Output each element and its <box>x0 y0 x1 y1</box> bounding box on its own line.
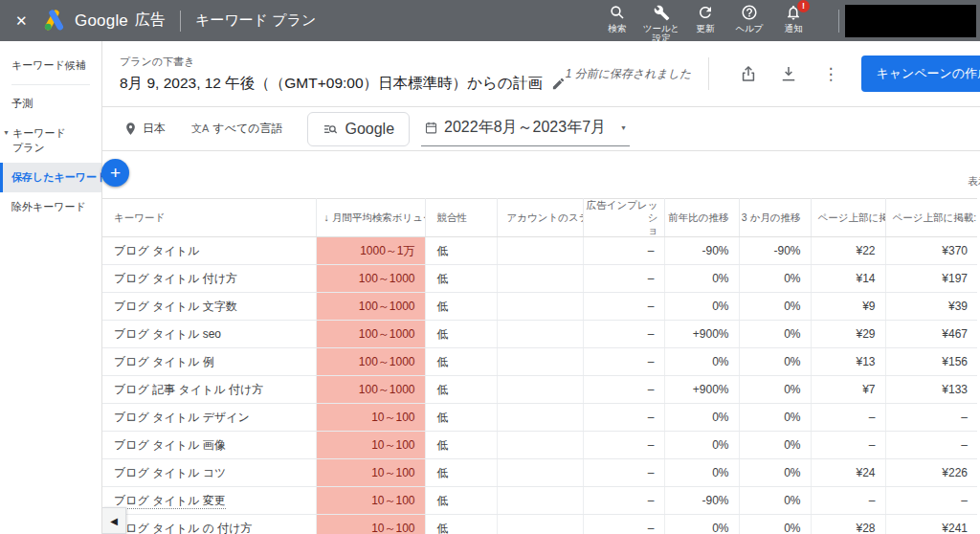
table-row: ブログ タイトル コツ10～100低–0%0%¥24¥226 <box>102 459 977 487</box>
nav-help[interactable]: ヘルプ <box>727 0 771 33</box>
language-filter[interactable]: 文A すべての言語 <box>191 121 282 137</box>
location-filter-label: 日本 <box>143 121 166 137</box>
sidebar-item-forecast[interactable]: 予測 <box>0 89 101 119</box>
create-campaign-button[interactable]: キャンペーンの作成 <box>861 56 980 92</box>
table-toolbar: + 表示項目 <box>102 151 980 198</box>
yoy-change-cell: 0% <box>664 459 739 487</box>
account-status-cell <box>497 515 583 534</box>
nav-search[interactable]: 検索 <box>595 0 639 33</box>
keyword-cell[interactable]: ブログ タイトル 変更 <box>102 487 316 515</box>
sidebar-divider <box>11 84 90 85</box>
location-filter[interactable]: 日本 <box>123 121 166 137</box>
filter-bar: 日本 文A すべての言語 Google 2022年8月～2023年7月 <box>102 107 980 151</box>
share-icon[interactable] <box>739 64 758 83</box>
keyword-cell[interactable]: ブログ タイトル 例 <box>102 348 316 376</box>
add-keywords-button[interactable]: + <box>101 159 129 187</box>
kebab-menu-icon[interactable]: ⋮ <box>822 64 838 84</box>
column-header-label: 月間平均検索ボリューム <box>332 211 425 223</box>
nav-label: ツールと 設定 <box>643 24 680 43</box>
keyword-cell[interactable]: ブログ タイトル 画像 <box>102 432 316 459</box>
column-header-monthly-search-volume[interactable]: ↓ 月間平均検索ボリューム <box>316 199 425 237</box>
monthly-search-volume-cell: 1000～1万 <box>316 237 425 265</box>
competition-cell: 低 <box>425 515 497 534</box>
top-of-page-bid-high-cell: ¥226 <box>885 459 977 487</box>
monthly-search-volume-cell: 10～100 <box>316 487 425 515</box>
competition-cell: 低 <box>425 237 497 265</box>
horizontal-scroll-left-button[interactable]: ◀ <box>102 507 126 534</box>
ad-impression-share-cell: – <box>583 265 664 293</box>
table-row: ブログ タイトル デザイン10～100低–0%0%–– <box>102 404 977 432</box>
monthly-search-volume-cell: 10～100 <box>316 459 425 487</box>
top-of-page-bid-high-cell: – <box>885 404 977 432</box>
competition-cell: 低 <box>425 459 497 487</box>
ad-impression-share-cell: – <box>583 348 664 376</box>
nav-tools-settings[interactable]: ツールと 設定 <box>639 0 683 43</box>
table-row: ブログ タイトル seo100～1000低–+900%0%¥29¥467 <box>102 321 977 348</box>
brand-suffix: 広告 <box>135 11 166 31</box>
column-header-yoy-change[interactable]: 前年比の推移 <box>664 199 739 237</box>
download-icon[interactable] <box>779 64 798 83</box>
three-month-change-cell: 0% <box>739 487 811 515</box>
keyword-cell[interactable]: ブログ タイトル デザイン <box>102 404 316 432</box>
top-app-bar: ✕ Google 広告 キーワード プラン 検索 <box>0 0 980 41</box>
sidebar-item-negative-keywords[interactable]: 除外キーワード <box>0 192 101 222</box>
edit-pencil-icon[interactable] <box>551 77 566 91</box>
keyword-cell[interactable]: ブログ タイトル 文字数 <box>102 293 316 321</box>
top-of-page-bid-high-cell: – <box>885 432 977 459</box>
chevron-down-icon: ▼ <box>3 129 10 155</box>
sidebar-item-saved-keywords[interactable]: 保存したキーワード <box>0 163 101 192</box>
three-month-change-cell: 0% <box>739 265 811 293</box>
top-of-page-bid-low-cell: ¥22 <box>811 237 885 265</box>
saved-keywords-table: キーワード ↓ 月間平均検索ボリューム 競合性 アカウントのステー: 広告インプ… <box>102 198 977 534</box>
column-header-top-of-page-bid-high[interactable]: ページ上部に掲載: <box>885 199 977 237</box>
date-range-select[interactable]: 2022年8月～2023年7月 ▼ <box>421 111 630 146</box>
keyword-table-body: ブログ タイトル1000～1万低–-90%-90%¥22¥370ブログ タイトル… <box>102 237 977 534</box>
column-header-keyword[interactable]: キーワード <box>102 199 316 237</box>
help-icon <box>741 4 758 22</box>
columns-button-label: 表示項目 <box>968 175 980 189</box>
yoy-change-cell: 0% <box>664 293 739 321</box>
keyword-cell[interactable]: ブログ タイトル seo <box>102 321 316 348</box>
search-network-icon <box>323 122 338 137</box>
columns-button[interactable]: 表示項目 <box>968 158 980 189</box>
sidebar-item-keyword-ideas[interactable]: キーワード候補 <box>0 51 101 80</box>
column-header-three-month-change[interactable]: 3 か月の推移 <box>739 199 811 237</box>
keyword-cell[interactable]: ブログ タイトル 付け方 <box>102 265 316 293</box>
keyword-cell[interactable]: ブログ 記事 タイトル 付け方 <box>102 376 316 404</box>
three-month-change-cell: -90% <box>739 237 811 265</box>
ad-impression-share-cell: – <box>583 237 664 265</box>
three-month-change-cell: 0% <box>739 515 811 534</box>
keyword-cell[interactable]: ブログ タイトル <box>102 237 316 265</box>
ad-impression-share-cell: – <box>583 404 664 432</box>
top-of-page-bid-low-cell: ¥9 <box>811 293 885 321</box>
keyword-cell[interactable]: ブログ タイトル コツ <box>102 459 316 487</box>
ad-impression-share-cell: – <box>583 515 664 534</box>
location-pin-icon <box>123 122 138 136</box>
keyword-cell[interactable]: ブログ タイトル の 付け方 <box>102 515 316 534</box>
network-filter[interactable]: Google <box>307 112 410 146</box>
network-filter-label: Google <box>345 121 394 138</box>
close-icon[interactable]: ✕ <box>15 12 36 30</box>
nav-refresh[interactable]: 更新 <box>683 0 727 33</box>
column-header-top-of-page-bid-low[interactable]: ページ上部に掲載 <box>811 199 885 237</box>
monthly-search-volume-cell: 100～1000 <box>316 321 425 348</box>
nav-notifications[interactable]: ! 通知 <box>771 0 815 33</box>
translate-icon: 文A <box>191 122 209 136</box>
nav-label: 検索 <box>609 24 627 33</box>
top-of-page-bid-low-cell: – <box>811 432 885 459</box>
yoy-change-cell: +900% <box>664 376 739 404</box>
competition-cell: 低 <box>425 404 497 432</box>
monthly-search-volume-cell: 100～1000 <box>316 293 425 321</box>
ad-impression-share-cell: – <box>583 293 664 321</box>
three-month-change-cell: 0% <box>739 459 811 487</box>
column-header-competition[interactable]: 競合性 <box>425 199 497 237</box>
account-info-redacted[interactable] <box>845 5 976 37</box>
account-status-cell <box>497 459 583 487</box>
sidebar-item-keyword-plan[interactable]: ▼ キーワード プラン <box>0 119 101 163</box>
account-status-cell <box>497 348 583 376</box>
top-of-page-bid-high-cell: ¥156 <box>885 348 977 376</box>
column-header-account-status[interactable]: アカウントのステー: <box>497 199 583 237</box>
top-of-page-bid-high-cell: – <box>885 487 977 515</box>
column-header-ad-impression-share[interactable]: 広告インプレッシ ョ <box>583 199 664 237</box>
monthly-search-volume-cell: 100～1000 <box>316 265 425 293</box>
